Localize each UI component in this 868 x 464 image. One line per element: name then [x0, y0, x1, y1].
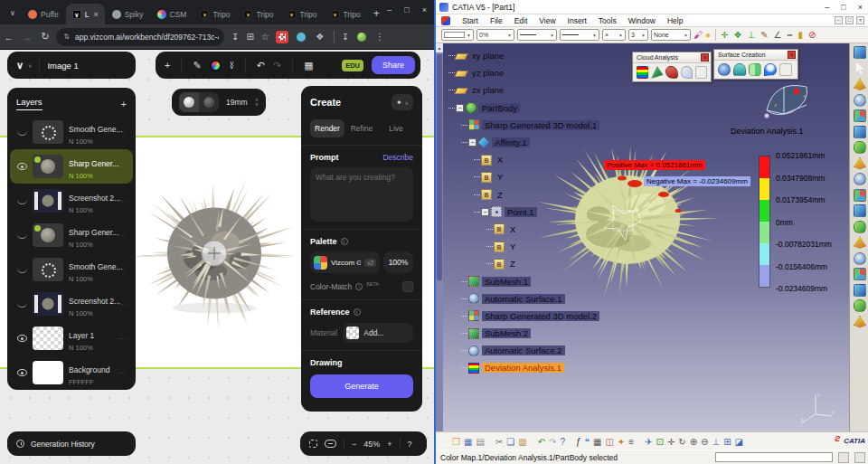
fly-icon[interactable]: ✈: [645, 437, 652, 447]
generate-button[interactable]: Generate: [310, 374, 413, 398]
patch-icon[interactable]: [854, 109, 866, 122]
fit-to-screen-icon[interactable]: [325, 440, 336, 448]
deviation-analysis-model[interactable]: [526, 131, 734, 303]
status-button[interactable]: [854, 452, 865, 463]
axis-icon[interactable]: [854, 252, 866, 265]
layer-menu-icon[interactable]: ···: [118, 128, 127, 137]
automatic-surface-icon[interactable]: [733, 63, 746, 76]
color-wheel-icon[interactable]: [210, 60, 222, 71]
surface-network-icon[interactable]: [749, 63, 761, 76]
tree-item-label[interactable]: yz plane: [469, 68, 506, 78]
menu-item[interactable]: Tools: [599, 16, 617, 25]
reload-button[interactable]: ↻: [36, 31, 54, 43]
close-icon[interactable]: ×: [788, 51, 796, 59]
layer-blend-value[interactable]: FFFFFF: [69, 378, 94, 386]
catia-viewport[interactable]: ▲ xy plane: [436, 43, 868, 431]
trim-icon[interactable]: [854, 189, 866, 202]
tree-expander[interactable]: [468, 138, 476, 147]
fill-icon[interactable]: [854, 299, 866, 312]
prompt-input[interactable]: [310, 167, 413, 222]
layer-row[interactable]: Screenshot 2... N 100% ···: [10, 184, 133, 218]
catia-close-button[interactable]: ×: [858, 3, 863, 12]
table-icon[interactable]: ▦: [593, 437, 601, 447]
menu-item[interactable]: Insert: [568, 16, 587, 25]
color-match-checkbox[interactable]: [402, 281, 413, 292]
tree-item-label[interactable]: SubMesh.1: [482, 277, 531, 287]
power-input-field[interactable]: [715, 452, 833, 462]
layer-menu-icon[interactable]: ···: [118, 232, 127, 240]
layer-visibility-toggle[interactable]: [17, 369, 27, 376]
mdi-restore-button[interactable]: □: [845, 16, 854, 24]
tree-item-label[interactable]: Z: [507, 259, 518, 269]
point-symbol-select[interactable]: ×▼: [602, 29, 626, 41]
layer-row[interactable]: Sharp Gener... N 100% ···: [10, 218, 133, 252]
brush-hard-button[interactable]: [199, 92, 219, 112]
browser-tab[interactable]: Tripo ×: [281, 4, 324, 24]
file-title[interactable]: Image 1: [47, 61, 78, 71]
grid-icon[interactable]: [854, 204, 866, 217]
layer-visibility-toggle[interactable]: [17, 163, 27, 170]
tree-item[interactable]: xy plane: [447, 47, 599, 64]
menu-item[interactable]: Start: [462, 16, 478, 25]
shape-icon[interactable]: [854, 126, 866, 138]
browser-tab[interactable]: CSM ×: [151, 4, 193, 24]
layer-blend-value[interactable]: N 100%: [69, 137, 93, 146]
layer-thumbnail[interactable]: [33, 327, 63, 350]
layer-visibility-toggle[interactable]: [17, 129, 27, 136]
transparency-select[interactable]: 0%▼: [476, 29, 514, 41]
url-text[interactable]: app.vizcom.ai/workbench/df209762-713c-4e…: [75, 33, 219, 42]
zoom-out-button[interactable]: −: [352, 440, 356, 449]
save-icon[interactable]: ▦: [464, 437, 472, 447]
tree-item-label[interactable]: Y: [507, 241, 518, 251]
material-add-button[interactable]: Add...: [343, 323, 413, 343]
layer-row[interactable]: Background FFFFFF ···: [10, 355, 133, 390]
layer-menu-icon[interactable]: ···: [118, 266, 127, 274]
brush-size-stepper[interactable]: ∧∨: [255, 98, 259, 107]
copy-icon[interactable]: ❏: [506, 437, 514, 447]
tree-expander[interactable]: [456, 104, 464, 112]
tree-item-label[interactable]: Automatic Surface.2: [482, 346, 565, 355]
tree-item-label[interactable]: Deviation Analysis.1: [482, 363, 564, 373]
close-icon[interactable]: ×: [701, 53, 709, 62]
generation-history-button[interactable]: Generation History: [7, 431, 136, 456]
split-icon[interactable]: [854, 173, 866, 185]
surface-icon[interactable]: [854, 157, 866, 170]
tree-item-label[interactable]: Z: [495, 190, 505, 200]
view-compass[interactable]: x z: [761, 74, 814, 121]
layer-visibility-toggle[interactable]: [17, 301, 27, 308]
curve-icon[interactable]: [854, 141, 866, 154]
zoom-in-icon[interactable]: ⊕: [690, 437, 697, 447]
layer-thumbnail[interactable]: [33, 223, 63, 247]
layer-blend-value[interactable]: N 100%: [69, 275, 93, 283]
tab-close-icon[interactable]: ×: [93, 10, 98, 19]
new-file-icon[interactable]: ❏: [440, 437, 448, 447]
negative-max-annotation[interactable]: Negative Max = -0.0234609mm: [644, 176, 750, 186]
menu-item[interactable]: Window: [628, 16, 656, 25]
layer-visibility-toggle[interactable]: [17, 335, 27, 342]
tree-item[interactable]: yz plane: [447, 64, 599, 81]
edu-badge[interactable]: EDU: [342, 60, 363, 71]
extension-icon[interactable]: [276, 31, 288, 43]
create-mode-button[interactable]: ✦ ∨: [392, 94, 413, 110]
painter-icon[interactable]: 🖌: [693, 29, 703, 42]
window-minimize-button[interactable]: –: [387, 5, 392, 14]
layer-visibility-toggle[interactable]: [17, 232, 27, 239]
join-icon[interactable]: [854, 316, 866, 328]
menu-item[interactable]: Edit: [514, 16, 528, 25]
mesh-ball-icon[interactable]: [854, 78, 866, 90]
power-fit-icon[interactable]: [718, 63, 731, 76]
print-icon[interactable]: ▤: [476, 437, 484, 447]
menu-item[interactable]: Help: [667, 16, 683, 25]
zoom-out-icon[interactable]: ⊖: [701, 437, 708, 447]
vizcom-logo[interactable]: ∨: [16, 60, 24, 71]
layer-visibility-toggle[interactable]: [17, 267, 27, 273]
distance-analysis-icon[interactable]: [695, 66, 707, 79]
tree-item[interactable]: PartBody: [447, 99, 599, 117]
curvature-map-icon[interactable]: [681, 66, 693, 79]
layer-visibility-toggle[interactable]: [17, 198, 27, 204]
center-icon[interactable]: ❖: [733, 29, 741, 42]
tree-scrollbar[interactable]: ▲: [436, 43, 443, 431]
layer-blend-value[interactable]: N 100%: [69, 241, 93, 249]
tree-item-label[interactable]: X: [495, 155, 505, 165]
tree-item[interactable]: Sharp Generated 3D model.2: [447, 308, 599, 325]
